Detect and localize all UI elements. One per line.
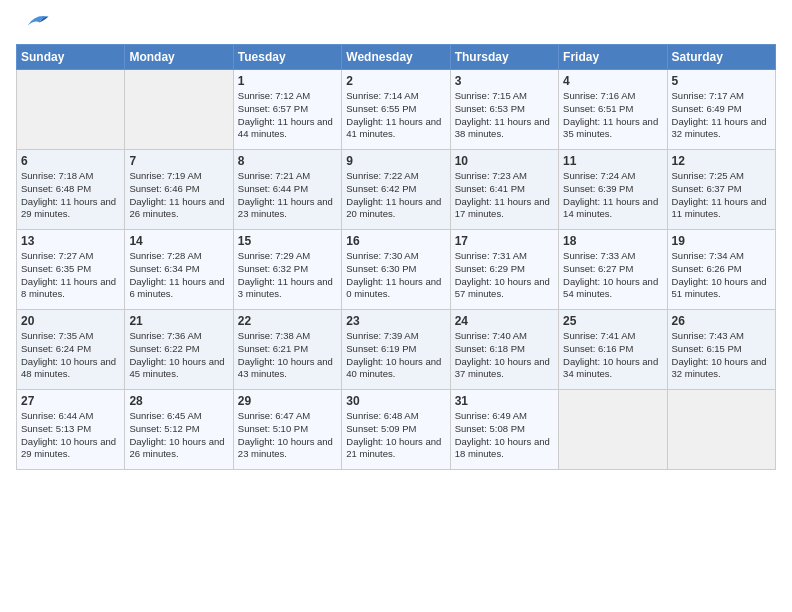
day-info: Sunrise: 6:48 AM Sunset: 5:09 PM Dayligh… <box>346 410 445 461</box>
calendar-cell: 2Sunrise: 7:14 AM Sunset: 6:55 PM Daylig… <box>342 70 450 150</box>
day-info: Sunrise: 7:38 AM Sunset: 6:21 PM Dayligh… <box>238 330 337 381</box>
calendar-cell: 13Sunrise: 7:27 AM Sunset: 6:35 PM Dayli… <box>17 230 125 310</box>
day-info: Sunrise: 6:49 AM Sunset: 5:08 PM Dayligh… <box>455 410 554 461</box>
header-day-tuesday: Tuesday <box>233 45 341 70</box>
calendar-cell: 9Sunrise: 7:22 AM Sunset: 6:42 PM Daylig… <box>342 150 450 230</box>
calendar-cell: 11Sunrise: 7:24 AM Sunset: 6:39 PM Dayli… <box>559 150 667 230</box>
day-info: Sunrise: 7:16 AM Sunset: 6:51 PM Dayligh… <box>563 90 662 141</box>
day-info: Sunrise: 7:39 AM Sunset: 6:19 PM Dayligh… <box>346 330 445 381</box>
day-number: 10 <box>455 154 554 168</box>
day-number: 2 <box>346 74 445 88</box>
header-day-wednesday: Wednesday <box>342 45 450 70</box>
day-info: Sunrise: 7:14 AM Sunset: 6:55 PM Dayligh… <box>346 90 445 141</box>
header-day-friday: Friday <box>559 45 667 70</box>
day-info: Sunrise: 7:29 AM Sunset: 6:32 PM Dayligh… <box>238 250 337 301</box>
day-info: Sunrise: 7:27 AM Sunset: 6:35 PM Dayligh… <box>21 250 120 301</box>
day-number: 5 <box>672 74 771 88</box>
calendar-cell: 31Sunrise: 6:49 AM Sunset: 5:08 PM Dayli… <box>450 390 558 470</box>
calendar-cell: 15Sunrise: 7:29 AM Sunset: 6:32 PM Dayli… <box>233 230 341 310</box>
calendar-header-row: SundayMondayTuesdayWednesdayThursdayFrid… <box>17 45 776 70</box>
day-number: 11 <box>563 154 662 168</box>
day-info: Sunrise: 7:34 AM Sunset: 6:26 PM Dayligh… <box>672 250 771 301</box>
calendar-cell: 3Sunrise: 7:15 AM Sunset: 6:53 PM Daylig… <box>450 70 558 150</box>
day-number: 17 <box>455 234 554 248</box>
calendar-cell <box>17 70 125 150</box>
day-number: 25 <box>563 314 662 328</box>
day-number: 9 <box>346 154 445 168</box>
calendar-cell: 4Sunrise: 7:16 AM Sunset: 6:51 PM Daylig… <box>559 70 667 150</box>
day-number: 29 <box>238 394 337 408</box>
day-info: Sunrise: 7:22 AM Sunset: 6:42 PM Dayligh… <box>346 170 445 221</box>
day-number: 16 <box>346 234 445 248</box>
week-row-3: 13Sunrise: 7:27 AM Sunset: 6:35 PM Dayli… <box>17 230 776 310</box>
day-info: Sunrise: 7:12 AM Sunset: 6:57 PM Dayligh… <box>238 90 337 141</box>
calendar-cell <box>125 70 233 150</box>
calendar-cell: 6Sunrise: 7:18 AM Sunset: 6:48 PM Daylig… <box>17 150 125 230</box>
header-day-saturday: Saturday <box>667 45 775 70</box>
logo <box>16 16 50 36</box>
day-number: 24 <box>455 314 554 328</box>
calendar-cell: 17Sunrise: 7:31 AM Sunset: 6:29 PM Dayli… <box>450 230 558 310</box>
day-number: 4 <box>563 74 662 88</box>
day-number: 6 <box>21 154 120 168</box>
calendar-cell: 23Sunrise: 7:39 AM Sunset: 6:19 PM Dayli… <box>342 310 450 390</box>
calendar-cell <box>667 390 775 470</box>
calendar-cell: 22Sunrise: 7:38 AM Sunset: 6:21 PM Dayli… <box>233 310 341 390</box>
header-day-thursday: Thursday <box>450 45 558 70</box>
day-number: 8 <box>238 154 337 168</box>
calendar-cell: 30Sunrise: 6:48 AM Sunset: 5:09 PM Dayli… <box>342 390 450 470</box>
day-info: Sunrise: 7:18 AM Sunset: 6:48 PM Dayligh… <box>21 170 120 221</box>
page-header <box>16 16 776 36</box>
day-info: Sunrise: 7:40 AM Sunset: 6:18 PM Dayligh… <box>455 330 554 381</box>
day-number: 23 <box>346 314 445 328</box>
day-number: 15 <box>238 234 337 248</box>
calendar-cell: 16Sunrise: 7:30 AM Sunset: 6:30 PM Dayli… <box>342 230 450 310</box>
day-number: 7 <box>129 154 228 168</box>
day-info: Sunrise: 7:25 AM Sunset: 6:37 PM Dayligh… <box>672 170 771 221</box>
calendar-cell: 12Sunrise: 7:25 AM Sunset: 6:37 PM Dayli… <box>667 150 775 230</box>
day-number: 14 <box>129 234 228 248</box>
day-info: Sunrise: 7:35 AM Sunset: 6:24 PM Dayligh… <box>21 330 120 381</box>
day-info: Sunrise: 6:47 AM Sunset: 5:10 PM Dayligh… <box>238 410 337 461</box>
calendar-table: SundayMondayTuesdayWednesdayThursdayFrid… <box>16 44 776 470</box>
calendar-cell: 19Sunrise: 7:34 AM Sunset: 6:26 PM Dayli… <box>667 230 775 310</box>
header-day-monday: Monday <box>125 45 233 70</box>
day-number: 20 <box>21 314 120 328</box>
calendar-cell: 1Sunrise: 7:12 AM Sunset: 6:57 PM Daylig… <box>233 70 341 150</box>
day-number: 19 <box>672 234 771 248</box>
day-info: Sunrise: 7:31 AM Sunset: 6:29 PM Dayligh… <box>455 250 554 301</box>
day-info: Sunrise: 7:33 AM Sunset: 6:27 PM Dayligh… <box>563 250 662 301</box>
day-info: Sunrise: 7:41 AM Sunset: 6:16 PM Dayligh… <box>563 330 662 381</box>
calendar-cell: 21Sunrise: 7:36 AM Sunset: 6:22 PM Dayli… <box>125 310 233 390</box>
day-number: 12 <box>672 154 771 168</box>
day-info: Sunrise: 7:28 AM Sunset: 6:34 PM Dayligh… <box>129 250 228 301</box>
calendar-cell: 28Sunrise: 6:45 AM Sunset: 5:12 PM Dayli… <box>125 390 233 470</box>
calendar-cell: 26Sunrise: 7:43 AM Sunset: 6:15 PM Dayli… <box>667 310 775 390</box>
day-number: 18 <box>563 234 662 248</box>
calendar-cell: 20Sunrise: 7:35 AM Sunset: 6:24 PM Dayli… <box>17 310 125 390</box>
week-row-4: 20Sunrise: 7:35 AM Sunset: 6:24 PM Dayli… <box>17 310 776 390</box>
calendar-cell: 10Sunrise: 7:23 AM Sunset: 6:41 PM Dayli… <box>450 150 558 230</box>
week-row-5: 27Sunrise: 6:44 AM Sunset: 5:13 PM Dayli… <box>17 390 776 470</box>
day-info: Sunrise: 6:44 AM Sunset: 5:13 PM Dayligh… <box>21 410 120 461</box>
week-row-1: 1Sunrise: 7:12 AM Sunset: 6:57 PM Daylig… <box>17 70 776 150</box>
week-row-2: 6Sunrise: 7:18 AM Sunset: 6:48 PM Daylig… <box>17 150 776 230</box>
day-info: Sunrise: 7:24 AM Sunset: 6:39 PM Dayligh… <box>563 170 662 221</box>
day-number: 1 <box>238 74 337 88</box>
day-info: Sunrise: 7:21 AM Sunset: 6:44 PM Dayligh… <box>238 170 337 221</box>
day-info: Sunrise: 6:45 AM Sunset: 5:12 PM Dayligh… <box>129 410 228 461</box>
header-day-sunday: Sunday <box>17 45 125 70</box>
calendar-cell: 5Sunrise: 7:17 AM Sunset: 6:49 PM Daylig… <box>667 70 775 150</box>
logo-bird-icon <box>20 12 50 30</box>
calendar-cell: 8Sunrise: 7:21 AM Sunset: 6:44 PM Daylig… <box>233 150 341 230</box>
day-number: 3 <box>455 74 554 88</box>
day-info: Sunrise: 7:23 AM Sunset: 6:41 PM Dayligh… <box>455 170 554 221</box>
day-number: 22 <box>238 314 337 328</box>
calendar-cell: 25Sunrise: 7:41 AM Sunset: 6:16 PM Dayli… <box>559 310 667 390</box>
day-number: 28 <box>129 394 228 408</box>
calendar-cell: 29Sunrise: 6:47 AM Sunset: 5:10 PM Dayli… <box>233 390 341 470</box>
day-number: 31 <box>455 394 554 408</box>
calendar-cell: 24Sunrise: 7:40 AM Sunset: 6:18 PM Dayli… <box>450 310 558 390</box>
day-info: Sunrise: 7:36 AM Sunset: 6:22 PM Dayligh… <box>129 330 228 381</box>
day-number: 21 <box>129 314 228 328</box>
